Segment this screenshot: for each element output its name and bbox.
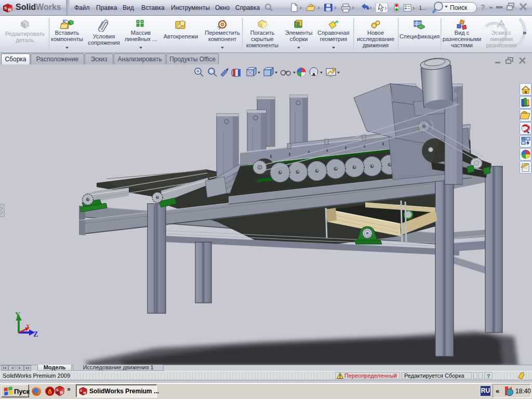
svg-text:X: X	[26, 324, 30, 329]
svg-text:W: W	[8, 7, 12, 12]
svg-text:1...: 1...	[419, 5, 426, 11]
svg-text:S: S	[80, 389, 82, 392]
svg-text:Y: Y	[15, 311, 20, 319]
svg-text:Z: Z	[33, 330, 38, 338]
svg-text:S: S	[4, 6, 7, 10]
svg-text:S: S	[56, 388, 59, 392]
svg-text:W: W	[60, 391, 63, 394]
svg-text:W: W	[83, 391, 86, 394]
